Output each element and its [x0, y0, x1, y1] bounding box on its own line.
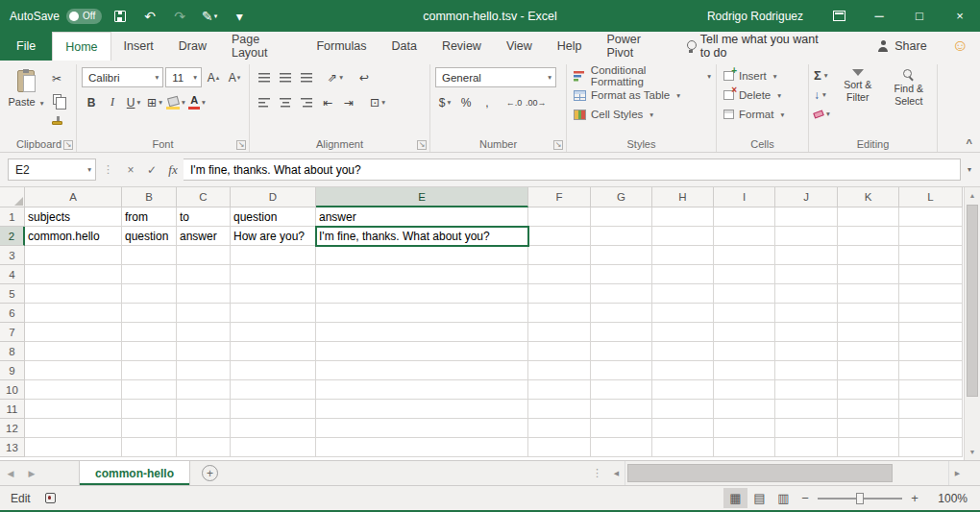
alignment-dialog-launcher[interactable]: ↘: [417, 140, 427, 150]
cell-F12[interactable]: [528, 419, 591, 438]
cell-J13[interactable]: [775, 438, 838, 457]
cell-E5[interactable]: [316, 284, 528, 304]
view-normal-button[interactable]: ▦: [723, 488, 747, 508]
cell-K6[interactable]: [838, 304, 899, 323]
cell-I8[interactable]: [714, 342, 775, 361]
cell-L2[interactable]: [899, 227, 963, 246]
cell-E12[interactable]: [316, 419, 528, 438]
tab-file[interactable]: File: [0, 32, 52, 61]
align-top-button[interactable]: [255, 67, 274, 87]
formula-input[interactable]: I'm fine, thanks. What about you?: [184, 158, 961, 181]
cell-A13[interactable]: [25, 438, 122, 457]
sheet-nav-prev-button[interactable]: ◀: [0, 469, 21, 478]
cell-D12[interactable]: [231, 419, 316, 438]
cell-B2[interactable]: question: [122, 227, 177, 246]
ribbon-display-options-button[interactable]: [819, 0, 859, 32]
cell-F3[interactable]: [528, 246, 591, 265]
cell-B9[interactable]: [122, 361, 177, 380]
view-page-break-button[interactable]: ▥: [772, 488, 796, 508]
cell-J5[interactable]: [775, 284, 838, 304]
align-left-button[interactable]: [255, 92, 274, 112]
delete-cells-button[interactable]: Delete ▾: [722, 85, 803, 105]
cell-A12[interactable]: [25, 419, 122, 438]
tab-scroll-splitter[interactable]: ⋮: [586, 467, 608, 479]
cell-F13[interactable]: [528, 438, 591, 457]
cell-D5[interactable]: [231, 284, 316, 304]
column-header-K[interactable]: K: [838, 187, 899, 207]
cell-C10[interactable]: [177, 380, 231, 400]
tab-review[interactable]: Review: [429, 32, 494, 61]
cell-A4[interactable]: [25, 265, 122, 284]
cell-H10[interactable]: [652, 380, 714, 400]
row-header-9[interactable]: 9: [0, 361, 25, 380]
cell-E7[interactable]: [316, 323, 528, 342]
column-header-F[interactable]: F: [528, 187, 591, 207]
cell-L5[interactable]: [899, 284, 963, 304]
name-box[interactable]: E2 ▾: [8, 158, 96, 181]
font-name-select[interactable]: Calibri ▾: [82, 67, 163, 87]
cell-E4[interactable]: [316, 265, 528, 284]
row-header-10[interactable]: 10: [0, 380, 25, 400]
minimize-button[interactable]: ─: [859, 0, 899, 32]
collapse-ribbon-button[interactable]: ^: [967, 137, 972, 149]
cell-L11[interactable]: [899, 400, 963, 419]
number-format-select[interactable]: General ▾: [435, 67, 556, 87]
row-header-2[interactable]: 2: [0, 227, 25, 246]
align-right-button[interactable]: [297, 92, 316, 112]
row-header-3[interactable]: 3: [0, 246, 25, 265]
column-header-G[interactable]: G: [591, 187, 652, 207]
tab-view[interactable]: View: [494, 32, 545, 61]
formula-bar-expand-button[interactable]: ▾: [961, 165, 978, 174]
cell-H13[interactable]: [652, 438, 714, 457]
cell-A5[interactable]: [25, 284, 122, 304]
tab-power-pivot[interactable]: Power Pivot: [594, 32, 675, 61]
cell-K7[interactable]: [838, 323, 899, 342]
tab-home[interactable]: Home: [52, 32, 110, 61]
autosum-button[interactable]: Σ▾: [814, 66, 830, 85]
cell-G11[interactable]: [591, 400, 652, 419]
cell-C3[interactable]: [177, 246, 231, 265]
cell-J4[interactable]: [775, 265, 838, 284]
cell-G9[interactable]: [591, 361, 652, 380]
cell-I1[interactable]: [714, 207, 775, 227]
cell-G7[interactable]: [591, 323, 652, 342]
wrap-text-button[interactable]: ↩: [355, 67, 374, 87]
cell-H4[interactable]: [652, 265, 714, 284]
cell-A8[interactable]: [25, 342, 122, 361]
cell-I9[interactable]: [714, 361, 775, 380]
cell-H6[interactable]: [652, 304, 714, 323]
column-header-A[interactable]: A: [25, 187, 122, 207]
sheet-nav-next-button[interactable]: ▶: [21, 469, 42, 478]
cell-C13[interactable]: [177, 438, 231, 457]
cell-K12[interactable]: [838, 419, 899, 438]
cell-K4[interactable]: [838, 265, 899, 284]
bold-button[interactable]: B: [82, 92, 101, 112]
cell-D7[interactable]: [231, 323, 316, 342]
cell-E6[interactable]: [316, 304, 528, 323]
number-dialog-launcher[interactable]: ↘: [553, 140, 563, 150]
cell-G12[interactable]: [591, 419, 652, 438]
cell-C5[interactable]: [177, 284, 231, 304]
conditional-formatting-button[interactable]: Conditional Formatting ▾: [572, 66, 711, 85]
row-header-1[interactable]: 1: [0, 207, 25, 227]
cell-C11[interactable]: [177, 400, 231, 419]
cell-G1[interactable]: [591, 207, 652, 227]
cell-F1[interactable]: [528, 207, 591, 227]
horizontal-scrollbar[interactable]: ◀ ▶: [608, 461, 966, 485]
cell-E1[interactable]: answer: [316, 207, 528, 227]
cell-B5[interactable]: [122, 284, 177, 304]
cell-C9[interactable]: [177, 361, 231, 380]
tab-draw[interactable]: Draw: [166, 32, 219, 61]
cell-L9[interactable]: [899, 361, 963, 380]
sheet-tab-common-hello[interactable]: common-hello: [79, 461, 190, 485]
cell-B6[interactable]: [122, 304, 177, 323]
cell-J11[interactable]: [775, 400, 838, 419]
cell-F6[interactable]: [528, 304, 591, 323]
cell-A1[interactable]: subjects: [25, 207, 122, 227]
cell-H5[interactable]: [652, 284, 714, 304]
sort-filter-button[interactable]: Sort & Filter: [835, 66, 881, 123]
cell-K13[interactable]: [838, 438, 899, 457]
user-name[interactable]: Rodrigo Rodriguez: [707, 10, 803, 23]
column-header-J[interactable]: J: [775, 187, 838, 207]
cell-A7[interactable]: [25, 323, 122, 342]
